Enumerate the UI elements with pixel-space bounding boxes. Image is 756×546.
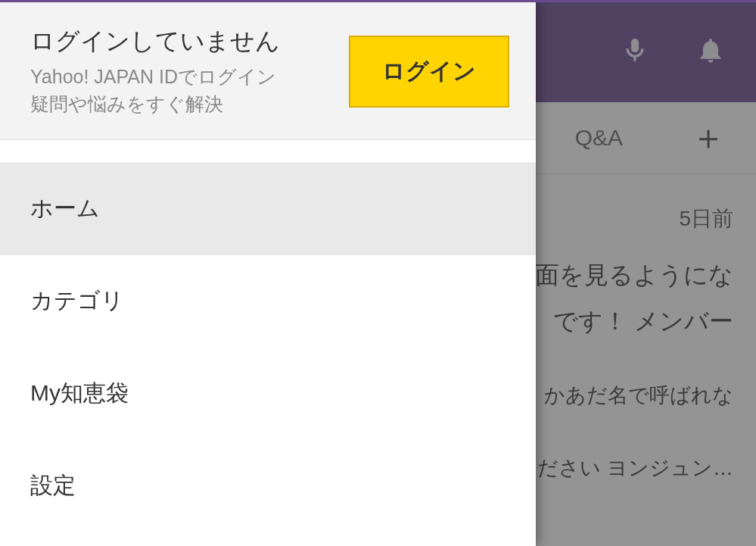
- status-bar-strip: [0, 0, 756, 2]
- menu-item-my-chiebukuro[interactable]: My知恵袋: [0, 348, 536, 440]
- drawer-menu: ホーム カテゴリ My知恵袋 設定: [0, 163, 536, 547]
- login-status-block: ログインしていません Yahoo! JAPAN IDでログイン 疑問や悩みをすぐ…: [30, 25, 349, 118]
- menu-item-category[interactable]: カテゴリ: [0, 255, 536, 348]
- menu-item-label: ホーム: [30, 193, 100, 224]
- login-status-sub1: Yahoo! JAPAN IDでログイン: [30, 63, 349, 90]
- drawer-header: ログインしていません Yahoo! JAPAN IDでログイン 疑問や悩みをすぐ…: [0, 2, 536, 140]
- login-status-title: ログインしていません: [30, 25, 349, 58]
- menu-item-home[interactable]: ホーム: [0, 163, 536, 255]
- nav-drawer: ログインしていません Yahoo! JAPAN IDでログイン 疑問や悩みをすぐ…: [0, 0, 536, 546]
- login-button[interactable]: ログイン: [349, 36, 509, 108]
- menu-item-label: カテゴリ: [30, 285, 124, 317]
- menu-item-settings[interactable]: 設定: [0, 440, 536, 532]
- menu-item-label: My知恵袋: [30, 378, 129, 409]
- login-status-sub2: 疑問や悩みをすぐ解決: [30, 90, 349, 117]
- menu-item-label: 設定: [30, 470, 76, 501]
- drawer-gap: [0, 140, 536, 163]
